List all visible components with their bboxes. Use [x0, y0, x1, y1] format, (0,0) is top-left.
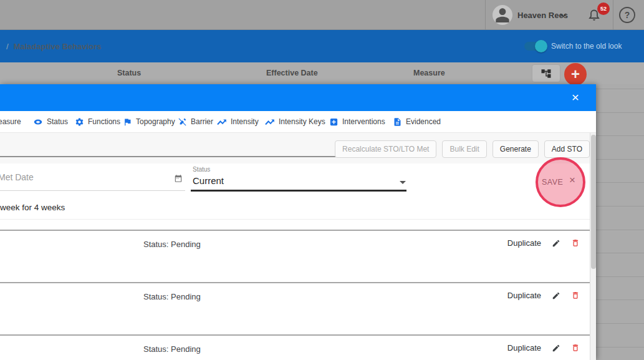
- topbar-divider: [613, 0, 613, 30]
- gear-icon: [75, 117, 84, 127]
- sto-status-text: Status: Pending: [143, 240, 201, 249]
- duplicate-button[interactable]: Duplicate: [507, 291, 541, 300]
- intensity-keys-trend-icon: [265, 117, 275, 127]
- edit-pencil-icon[interactable]: [552, 239, 560, 248]
- tab-barrier[interactable]: Barrier: [178, 111, 213, 132]
- column-status: Status: [117, 69, 141, 77]
- trash-icon[interactable]: [571, 343, 580, 353]
- status-select[interactable]: Current: [193, 175, 224, 186]
- edit-pencil-icon[interactable]: [552, 291, 560, 300]
- sto-row: Status: Pending Duplicate: [0, 334, 596, 360]
- add-box-icon: [329, 117, 339, 127]
- goal-input-underline: [0, 156, 360, 157]
- account-tree-icon: [541, 68, 552, 79]
- met-date-underline: [0, 190, 185, 191]
- app-screen: Heaven Rees 52 ? / Maladaptive Behaviors…: [0, 0, 644, 360]
- hierarchy-view-button[interactable]: [532, 64, 560, 82]
- modal-scrollbar[interactable]: [590, 133, 596, 360]
- status-underline: [191, 190, 406, 192]
- column-measure: Measure: [413, 69, 445, 77]
- add-behavior-button[interactable]: +: [564, 63, 587, 85]
- avatar[interactable]: [493, 5, 512, 25]
- goal-description-text: week for 4 weeks: [0, 203, 65, 212]
- tab-intensity[interactable]: Intensity: [217, 111, 259, 132]
- table-header: Status Effective Date Measure +: [0, 62, 644, 84]
- flag-icon: [123, 117, 132, 127]
- toggle-label: Switch to the old look: [551, 30, 622, 62]
- barrier-icon: [178, 117, 187, 127]
- tab-interventions[interactable]: Interventions: [329, 111, 385, 132]
- modal-header: ×: [0, 84, 596, 111]
- duplicate-button[interactable]: Duplicate: [507, 343, 541, 353]
- status-icon: [33, 117, 43, 127]
- behavior-edit-modal: × Measure Status Functions Topography: [0, 84, 596, 360]
- trash-icon[interactable]: [571, 238, 580, 248]
- page-title: Maladaptive Behaviors: [14, 42, 102, 51]
- sto-status-text: Status: Pending: [143, 344, 201, 354]
- top-bar: Heaven Rees 52 ?: [0, 0, 644, 30]
- notification-count-badge: 52: [597, 2, 610, 15]
- calendar-icon[interactable]: [174, 174, 183, 183]
- duplicate-button[interactable]: Duplicate: [507, 238, 541, 248]
- close-icon[interactable]: ×: [567, 89, 584, 105]
- recalculate-sto-lto-button[interactable]: Recalculate STO/LTO Met: [335, 140, 436, 158]
- intensity-trend-icon: [217, 117, 227, 127]
- sto-row: Status: Pending Duplicate: [0, 282, 596, 334]
- toggle-thumb: [535, 40, 547, 52]
- sto-status-text: Status: Pending: [143, 292, 201, 301]
- column-effective-date: Effective Date: [266, 69, 318, 77]
- select-caret-icon[interactable]: [400, 181, 406, 184]
- breadcrumb-separator: /: [6, 42, 9, 51]
- goal-description-row: week for 4 weeks: [0, 197, 596, 220]
- tab-measure[interactable]: Measure: [0, 111, 21, 132]
- tab-status[interactable]: Status: [33, 111, 68, 132]
- modal-toolbar: Recalculate STO/LTO Met Bulk Edit Genera…: [0, 133, 596, 163]
- background-table-rows: [596, 84, 644, 360]
- help-icon[interactable]: ?: [619, 7, 635, 23]
- add-sto-button[interactable]: Add STO: [544, 140, 590, 158]
- tab-functions[interactable]: Functions: [75, 111, 120, 132]
- scrollbar-thumb[interactable]: [591, 135, 596, 269]
- sto-list: Status: Pending Duplicate Status: Pendin…: [0, 230, 596, 360]
- edit-pencil-icon[interactable]: [552, 344, 560, 353]
- breadcrumb: / Maladaptive Behaviors: [6, 30, 102, 62]
- tab-topography[interactable]: Topography: [123, 111, 175, 132]
- bulk-edit-button[interactable]: Bulk Edit: [442, 140, 486, 158]
- modal-tabs: Measure Status Functions Topography Barr…: [0, 111, 596, 133]
- cancel-edit-icon[interactable]: ×: [569, 174, 575, 187]
- tab-intensity-keys[interactable]: Intensity Keys: [265, 111, 325, 132]
- page-header: / Maladaptive Behaviors Switch to the ol…: [0, 30, 644, 62]
- trash-icon[interactable]: [571, 291, 580, 300]
- sto-row: Status: Pending Duplicate: [0, 230, 596, 282]
- sto-edit-form: Status Current SAVE ×: [0, 163, 596, 197]
- chevron-down-icon[interactable]: [560, 13, 567, 17]
- document-icon: [393, 117, 402, 127]
- old-look-toggle[interactable]: [524, 42, 545, 51]
- person-icon: [493, 5, 512, 25]
- generate-button[interactable]: Generate: [493, 140, 539, 158]
- met-date-input[interactable]: [0, 172, 166, 182]
- status-field-label: Status: [193, 166, 210, 173]
- save-button[interactable]: SAVE: [542, 178, 563, 187]
- tab-evidenced[interactable]: Evidenced: [393, 111, 441, 132]
- topbar-divider: [485, 0, 486, 30]
